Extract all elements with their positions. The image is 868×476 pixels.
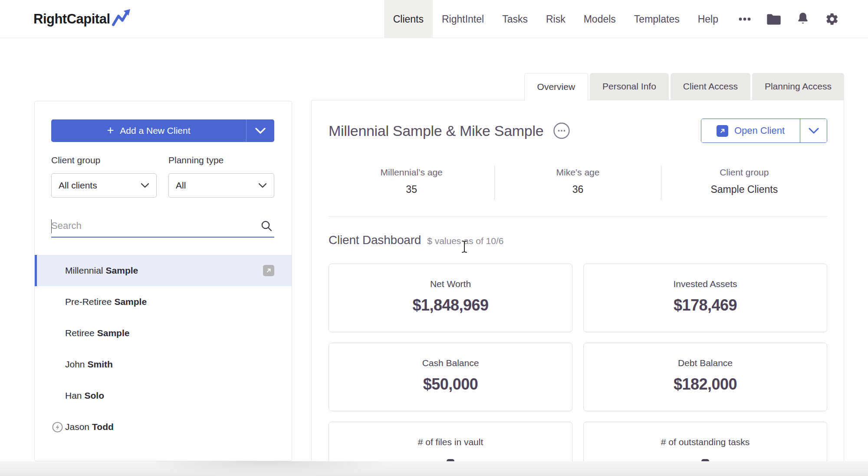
client-list-item-han-solo[interactable]: Han Solo (35, 380, 292, 411)
chevron-down-icon (809, 128, 819, 134)
nav-item-clients[interactable]: Clients (384, 0, 433, 38)
client-first-name: Millennial (65, 265, 103, 276)
client-stats-row: Millennial’s age 35 Mike’s age 36 Client… (329, 165, 827, 200)
open-client-dropdown-toggle[interactable] (800, 119, 827, 142)
stat-value: Sample Clients (661, 184, 827, 195)
client-list-item-jason-todd[interactable]: Jason Todd (35, 411, 292, 443)
search-icon[interactable] (260, 220, 273, 232)
planning-type-select[interactable]: All (168, 173, 274, 198)
client-group-selected-value: All clients (59, 180, 141, 191)
stat-label: Millennial’s age (329, 167, 494, 178)
stat-value: 36 (495, 184, 661, 195)
card-label: Invested Assets (584, 279, 827, 289)
more-ellipsis-icon[interactable] (737, 12, 752, 26)
add-new-client-button[interactable]: + Add a New Client (51, 119, 246, 142)
stat-mike-age: Mike’s age 36 (494, 165, 661, 200)
rightcapital-app: RightCapital Clients RightIntel Tasks Ri… (0, 0, 868, 476)
client-list: Millennial Sample Pre-Retiree Sample Ret… (35, 255, 292, 443)
add-client-label: Add a New Client (120, 126, 190, 136)
nav-item-models[interactable]: Models (575, 0, 625, 38)
text-cursor-icon (461, 240, 468, 253)
logo-trend-arrow-icon (111, 8, 131, 27)
background-window-edge (0, 461, 868, 476)
card-debt-balance: Debt Balance $182,000 (583, 343, 827, 411)
client-list-item-retiree-sample[interactable]: Retiree Sample (35, 317, 292, 349)
client-options-ellipsis-icon[interactable] (553, 122, 570, 139)
rightcapital-logo[interactable]: RightCapital (33, 0, 131, 38)
card-label: # of outstanding tasks (584, 437, 827, 447)
client-first-name: Han (65, 390, 82, 401)
card-label: Debt Balance (584, 358, 827, 368)
client-overview-panel: Millennial Sample & Mike Sample Open Cli… (311, 100, 844, 476)
client-first-name: Jason (65, 422, 89, 432)
card-cash-balance: Cash Balance $50,000 (329, 343, 572, 411)
client-first-name: Pre-Retiree (65, 297, 112, 307)
settings-gear-icon[interactable] (825, 12, 839, 26)
client-last-name: Sample (97, 328, 130, 338)
tab-overview[interactable]: Overview (524, 73, 589, 100)
folder-icon[interactable] (766, 12, 781, 26)
top-nav-bar: RightCapital Clients RightIntel Tasks Ri… (0, 0, 868, 38)
card-value: $50,000 (329, 375, 572, 393)
open-client-label: Open Client (734, 125, 785, 136)
nav-item-help[interactable]: Help (689, 0, 727, 38)
nav-item-risk[interactable]: Risk (537, 0, 575, 38)
tab-client-access[interactable]: Client Access (671, 73, 750, 100)
card-value: $1,848,969 (329, 296, 572, 314)
client-detail-tabs: Overview Personal Info Client Access Pla… (524, 73, 844, 100)
card-invested-assets: Invested Assets $178,469 (583, 264, 827, 332)
stat-label: Client group (661, 167, 827, 178)
nav-item-tasks[interactable]: Tasks (493, 0, 537, 38)
external-link-icon (717, 125, 728, 137)
tab-planning-access[interactable]: Planning Access (752, 73, 844, 100)
add-client-split-button: + Add a New Client (51, 119, 274, 142)
dashboard-title: Client Dashboard (329, 233, 421, 247)
client-last-name: Todd (92, 422, 114, 432)
notifications-bell-icon[interactable] (796, 12, 810, 26)
nav-item-templates[interactable]: Templates (625, 0, 689, 38)
card-net-worth: Net Worth $1,848,969 (329, 264, 572, 332)
client-list-item-millennial-sample[interactable]: Millennial Sample (35, 255, 292, 286)
nav-item-rightintel[interactable]: RightIntel (433, 0, 493, 38)
client-first-name: Retiree (65, 328, 95, 338)
dashboard-header: Client Dashboard $ values as of 10/6 (329, 233, 503, 247)
client-last-name: Sample (106, 265, 138, 276)
client-group-filter-label: Client group (51, 155, 100, 165)
open-client-split-button: Open Client (701, 119, 827, 143)
card-label: Net Worth (329, 279, 572, 289)
nav-icon-group (737, 0, 839, 38)
stat-millennial-age: Millennial’s age 35 (329, 165, 494, 200)
plus-icon: + (107, 125, 114, 136)
card-label: # of files in vault (329, 437, 572, 447)
card-value: $182,000 (584, 375, 827, 393)
client-last-name: Smith (88, 359, 113, 370)
client-detail-area: Overview Personal Info Client Access Pla… (311, 73, 844, 476)
search-input[interactable] (51, 220, 260, 231)
client-names-title: Millennial Sample & Mike Sample (329, 122, 543, 139)
card-label: Cash Balance (329, 358, 572, 368)
client-list-panel: + Add a New Client Client group Planning… (34, 101, 292, 461)
chevron-down-icon (258, 183, 267, 188)
stat-value: 35 (329, 184, 494, 195)
tab-personal-info[interactable]: Personal Info (590, 73, 669, 100)
client-first-name: John (65, 359, 85, 370)
dashboard-cards: Net Worth $1,848,969 Invested Assets $17… (329, 264, 827, 476)
planning-type-filter-label: Planning type (168, 155, 224, 165)
text-caret (51, 219, 52, 233)
primary-nav: Clients RightIntel Tasks Risk Models Tem… (384, 0, 727, 38)
open-client-shortcut-icon[interactable] (263, 265, 274, 276)
client-list-item-john-smith[interactable]: John Smith (35, 349, 292, 380)
client-group-select[interactable]: All clients (51, 173, 157, 198)
chevron-down-icon (255, 128, 266, 134)
stat-client-group: Client group Sample Clients (661, 165, 827, 200)
chevron-down-icon (141, 183, 149, 188)
client-title-row: Millennial Sample & Mike Sample Open Cli… (329, 118, 827, 144)
card-value: $178,469 (584, 296, 827, 314)
planning-type-selected-value: All (176, 180, 258, 191)
client-list-item-pre-retiree-sample[interactable]: Pre-Retiree Sample (35, 286, 292, 317)
add-client-dropdown-toggle[interactable] (247, 119, 274, 142)
open-client-button[interactable]: Open Client (701, 119, 800, 142)
client-last-name: Solo (85, 390, 105, 401)
lightning-badge-icon (52, 422, 63, 433)
section-divider (329, 216, 827, 217)
